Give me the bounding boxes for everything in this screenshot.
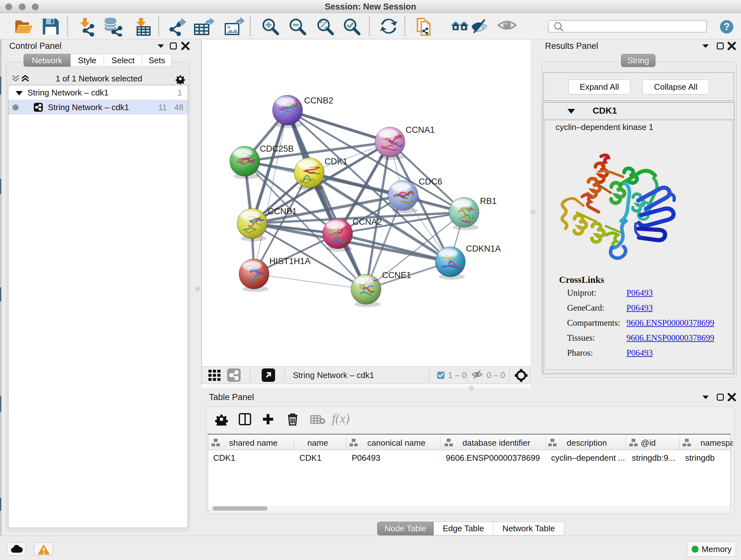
svg-text:CCNB2: CCNB2 [304, 96, 333, 105]
svg-text:RB1: RB1 [480, 196, 497, 206]
svg-text:CCNA1: CCNA1 [406, 125, 435, 135]
svg-text:CDC6: CDC6 [419, 177, 442, 186]
svg-text:CDKN1A: CDKN1A [466, 244, 501, 253]
svg-text:?: ? [724, 21, 730, 32]
svg-text:CDC25B: CDC25B [260, 144, 294, 153]
svg-text:CCNE1: CCNE1 [382, 270, 411, 280]
svg-text:HIST1H1A: HIST1H1A [269, 256, 311, 266]
svg-text:CDK1: CDK1 [325, 157, 347, 166]
svg-text:CCNA2: CCNA2 [353, 217, 382, 227]
svg-text:CCNB1: CCNB1 [268, 206, 297, 216]
